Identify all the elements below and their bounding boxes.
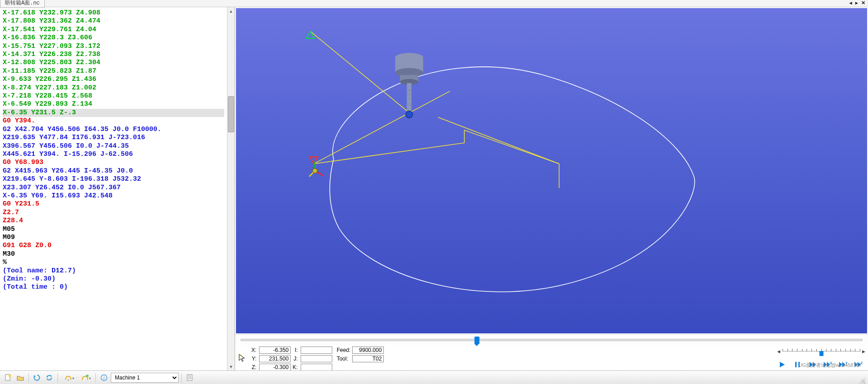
gcode-line[interactable]: X-17.541 Y229.761 Z4.04: [3, 26, 224, 34]
gcode-line[interactable]: X-7.218 Y228.415 Z.568: [3, 92, 224, 100]
gcode-line[interactable]: X219.645 Y-8.603 I-196.318 J532.32: [3, 175, 224, 183]
playback-slider[interactable]: [235, 334, 868, 345]
coordinates-readout: X: I: Y: J: Z: K:: [251, 346, 332, 370]
zoom-tool-icon[interactable]: [61, 372, 76, 383]
svg-point-28: [9, 375, 11, 377]
resize-grip-icon[interactable]: [859, 371, 865, 384]
start-marker-icon: [306, 31, 314, 38]
svg-rect-14: [795, 362, 797, 367]
gcode-line[interactable]: Z28.4: [3, 217, 224, 225]
x-value[interactable]: [259, 347, 291, 354]
z-label: Z:: [251, 364, 257, 370]
gcode-line[interactable]: G2 X415.963 Y26.445 I-45.35 J0.0: [3, 167, 224, 175]
viewport-svg: [236, 8, 867, 333]
speed-knob[interactable]: [819, 351, 823, 356]
speed-slower-icon[interactable]: ◀: [777, 349, 780, 354]
gcode-line[interactable]: X445.621 Y394. I-15.296 J-62.506: [3, 150, 224, 159]
view-tool-icon[interactable]: [77, 372, 93, 383]
open-file-icon[interactable]: [15, 372, 26, 383]
reload-icon[interactable]: [32, 372, 42, 383]
3d-viewport[interactable]: [236, 8, 867, 333]
gcode-line[interactable]: X-6.35 Y231.5 Z-.3: [3, 109, 224, 117]
j-label: J:: [292, 356, 298, 362]
gcode-line[interactable]: X23.307 Y26.452 I0.0 J567.367: [3, 184, 224, 192]
gcode-line[interactable]: X-17.618 Y232.973 Z4.908: [3, 9, 224, 17]
rapid-line: [310, 31, 409, 112]
rapid-line: [464, 130, 559, 188]
feed-value[interactable]: [352, 347, 384, 354]
j-value[interactable]: [301, 355, 332, 362]
gcode-scrollbar[interactable]: ▲ ▼: [227, 7, 235, 370]
gcode-line[interactable]: X-14.371 Y226.238 Z2.738: [3, 51, 224, 59]
k-value[interactable]: [301, 364, 332, 371]
feed-tool-readout: Feed: Tool:: [337, 346, 384, 370]
refresh-icon[interactable]: [44, 372, 55, 383]
gcode-line[interactable]: M30: [3, 250, 224, 258]
cursor-icon: ✶: [238, 346, 247, 370]
gcode-line[interactable]: X-15.751 Y227.093 Z3.172: [3, 42, 224, 51]
gcode-line[interactable]: M09: [3, 234, 224, 242]
next-window-icon[interactable]: ▸: [854, 0, 859, 6]
gcode-line[interactable]: X-6.35 Y69. I15.693 J42.548: [3, 192, 224, 200]
main-area: X-17.618 Y232.973 Z4.908X-17.808 Y231.36…: [0, 7, 868, 370]
window-controls: ◂ ▸ ✕: [849, 0, 866, 6]
svg-text:i: i: [104, 375, 105, 380]
z-value[interactable]: [259, 364, 291, 371]
gcode-line[interactable]: G2 X42.704 Y456.506 I64.35 J0.0 F10000.: [3, 126, 224, 134]
gcode-line[interactable]: (Total time : 0): [3, 283, 224, 291]
gcode-line[interactable]: X-16.836 Y228.3 Z3.606: [3, 34, 224, 42]
gcode-line[interactable]: X-17.808 Y231.362 Z4.474: [3, 17, 224, 25]
gcode-listing[interactable]: X-17.618 Y232.973 Z4.908X-17.808 Y231.36…: [0, 7, 227, 370]
y-value[interactable]: [259, 355, 291, 362]
gcode-line[interactable]: G0 Y394.: [3, 117, 224, 125]
gcode-line[interactable]: (Tool name: D12.7): [3, 267, 224, 275]
gcode-line[interactable]: X219.635 Y477.84 I176.931 J-723.016: [3, 134, 224, 142]
svg-text:✶: ✶: [238, 353, 241, 358]
gcode-line[interactable]: X-9.633 Y226.295 Z1.436: [3, 75, 224, 84]
slider-track[interactable]: [241, 339, 863, 341]
gcode-line[interactable]: %: [3, 258, 224, 267]
toolpath-contour: [330, 67, 694, 292]
machine-select[interactable]: Machine 1: [111, 373, 179, 383]
rapid-line: [314, 143, 464, 164]
rapid-line: [314, 91, 450, 164]
gcode-line[interactable]: G0 Y68.993: [3, 159, 224, 167]
slider-thumb[interactable]: [475, 337, 480, 344]
gcode-line[interactable]: G91 G28 Z0.0: [3, 242, 224, 250]
scroll-up-icon[interactable]: ▲: [227, 7, 235, 15]
info-icon[interactable]: i: [99, 372, 109, 383]
tool-value[interactable]: [352, 355, 384, 362]
gcode-line[interactable]: (Zmin: -0.30): [3, 275, 224, 283]
svg-marker-29: [33, 375, 36, 377]
gcode-line[interactable]: M05: [3, 225, 224, 234]
new-file-icon[interactable]: [3, 372, 14, 383]
rapid-line: [438, 117, 559, 164]
svg-point-3: [313, 169, 317, 173]
svg-rect-32: [68, 379, 69, 381]
notes-icon[interactable]: [184, 372, 195, 383]
gcode-line[interactable]: X-6.549 Y229.893 Z.134: [3, 100, 224, 108]
file-tab[interactable]: 听转箱A面.nc: [0, 0, 45, 8]
scroll-down-icon[interactable]: ▼: [227, 363, 235, 370]
gcode-line[interactable]: G0 Y231.5: [3, 200, 224, 208]
gcode-line[interactable]: X-12.808 Y225.803 Z2.304: [3, 59, 224, 67]
tool-label: Tool:: [337, 356, 351, 362]
speed-faster-icon[interactable]: ▶: [862, 349, 865, 354]
simulation-panel: ✶ X: I: Y: J: Z: K: Feed: Tool:: [235, 7, 868, 370]
prev-window-icon[interactable]: ◂: [849, 0, 853, 6]
status-row: ✶ X: I: Y: J: Z: K: Feed: Tool:: [235, 345, 868, 370]
svg-rect-9: [407, 83, 411, 112]
gcode-panel: X-17.618 Y232.973 Z4.908X-17.808 Y231.36…: [0, 7, 235, 370]
y-label: Y:: [251, 356, 257, 362]
end-marker-icon: [310, 157, 318, 164]
gcode-line[interactable]: X-11.185 Y225.823 Z1.87: [3, 67, 224, 75]
gcode-line[interactable]: Z2.7: [3, 209, 224, 217]
speed-slider[interactable]: ◀ ▶: [777, 347, 865, 354]
i-value[interactable]: [301, 347, 332, 354]
gcode-line[interactable]: X-8.274 Y227.183 Z1.002: [3, 84, 224, 92]
close-window-icon[interactable]: ✕: [860, 0, 866, 6]
scrollbar-track[interactable]: [227, 15, 235, 363]
gcode-line[interactable]: X396.567 Y456.506 I0.0 J-744.35: [3, 142, 224, 150]
scrollbar-thumb[interactable]: [228, 96, 234, 132]
play-button[interactable]: [777, 361, 787, 369]
